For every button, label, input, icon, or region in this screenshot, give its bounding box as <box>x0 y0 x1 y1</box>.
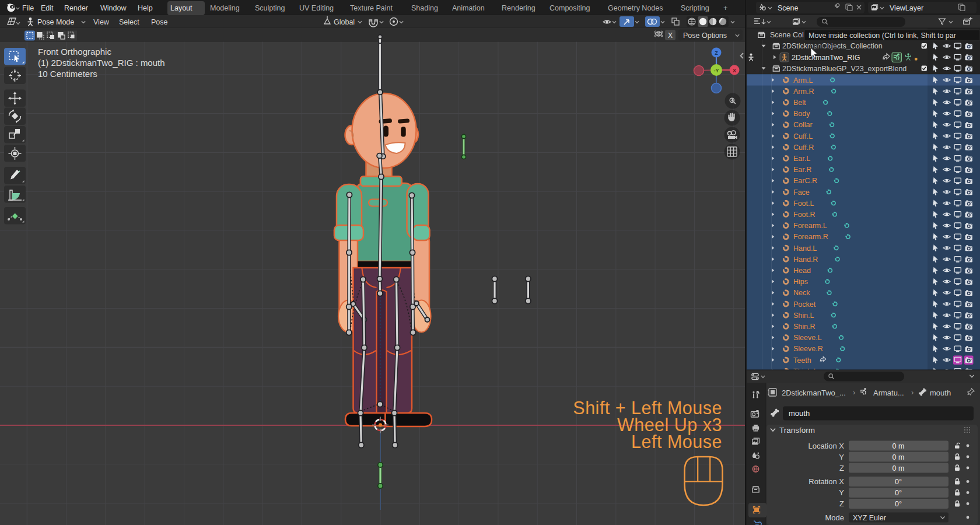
svg-text:-Y: -Y <box>714 68 719 74</box>
svg-text:Teeth: Teeth <box>793 356 811 365</box>
svg-text:Mode: Mode <box>825 513 844 522</box>
svg-text:(1) 2DstickmanTwo_RIG : mouth: (1) 2DstickmanTwo_RIG : mouth <box>38 58 165 68</box>
svg-text:Scene: Scene <box>778 4 798 12</box>
svg-text:Body: Body <box>793 110 810 118</box>
svg-text:Ear.L: Ear.L <box>793 155 810 163</box>
svg-text:Compositing: Compositing <box>550 4 590 12</box>
svg-text:Rendering: Rendering <box>502 4 536 12</box>
svg-text:Head: Head <box>793 267 811 275</box>
svg-text:Window: Window <box>100 4 127 12</box>
svg-text:2DStickmanBlueGP_V23_exportBle: 2DStickmanBlueGP_V23_exportBlend <box>782 65 907 73</box>
svg-text:Arm.L: Arm.L <box>793 76 813 85</box>
svg-text:+: + <box>723 4 727 12</box>
svg-text:Z: Z <box>715 50 718 56</box>
svg-text:Texture Paint: Texture Paint <box>350 4 393 12</box>
svg-text:Belt: Belt <box>793 99 806 107</box>
svg-text:›: › <box>911 388 914 397</box>
svg-text:Hand.R: Hand.R <box>793 256 818 264</box>
svg-text:Forearm.L: Forearm.L <box>793 222 827 230</box>
svg-text:0°: 0° <box>895 478 902 486</box>
svg-text:Arm.R: Arm.R <box>793 88 814 96</box>
svg-text:File: File <box>22 4 34 12</box>
svg-text:Geometry Nodes: Geometry Nodes <box>608 4 663 12</box>
svg-text:Edit: Edit <box>41 4 54 12</box>
svg-text:Face: Face <box>793 188 810 197</box>
svg-text:Sleeve.L: Sleeve.L <box>793 334 822 342</box>
svg-text:X: X <box>668 32 673 40</box>
svg-text:ViewLayer: ViewLayer <box>890 4 923 12</box>
svg-text:Forearm.R: Forearm.R <box>793 233 828 241</box>
svg-text:View: View <box>93 18 110 26</box>
svg-text:mouth: mouth <box>789 409 810 418</box>
svg-text:Render: Render <box>64 4 88 12</box>
svg-text:Shin.R: Shin.R <box>793 323 816 331</box>
svg-text:2DstickmanTwo_RIG: 2DstickmanTwo_RIG <box>792 54 860 62</box>
svg-text:Scripting: Scripting <box>681 4 709 12</box>
svg-text:Foot.L: Foot.L <box>793 200 814 208</box>
svg-text:Hand.L: Hand.L <box>793 244 817 253</box>
svg-text:Objects: Objects <box>810 42 836 50</box>
svg-text:Z: Z <box>839 499 844 508</box>
svg-text:UV Editing: UV Editing <box>299 4 334 12</box>
svg-text:Y: Y <box>839 453 844 461</box>
svg-text:Pose: Pose <box>151 18 168 26</box>
svg-text:Shading: Shading <box>411 4 438 12</box>
svg-text:Front Orthographic: Front Orthographic <box>38 47 111 57</box>
svg-text:Foot.R: Foot.R <box>793 211 816 219</box>
svg-text:10 Centimeters: 10 Centimeters <box>38 69 97 79</box>
svg-text:Collar: Collar <box>793 121 813 129</box>
svg-text:Shin.L: Shin.L <box>793 312 814 320</box>
svg-text:Z: Z <box>839 464 844 473</box>
svg-text:Cuff.L: Cuff.L <box>793 132 813 141</box>
svg-text:0°: 0° <box>895 500 902 508</box>
svg-text:Armatu...: Armatu... <box>873 388 904 397</box>
svg-text:Left Mouse: Left Mouse <box>631 432 722 452</box>
svg-text:Rotation X: Rotation X <box>808 477 844 486</box>
svg-text:mouth: mouth <box>930 388 951 397</box>
svg-text:0 m: 0 m <box>892 442 905 450</box>
svg-text:Move inside collection (Ctrl t: Move inside collection (Ctrl to link, Sh… <box>808 32 956 40</box>
svg-text:Cuff.R: Cuff.R <box>793 144 814 152</box>
svg-text:0 m: 0 m <box>892 464 905 473</box>
svg-text:0°: 0° <box>895 489 902 497</box>
svg-text:Pose Mode: Pose Mode <box>37 18 74 26</box>
svg-text:Neck: Neck <box>793 289 810 297</box>
svg-text:Pose Options: Pose Options <box>683 32 727 40</box>
svg-text:Select: Select <box>119 18 139 26</box>
svg-text:0 m: 0 m <box>892 453 905 461</box>
svg-text:Pocket: Pocket <box>793 300 816 309</box>
svg-text:Animation: Animation <box>452 4 485 12</box>
svg-text:Transform: Transform <box>779 426 815 435</box>
svg-text:Sculpting: Sculpting <box>255 4 285 12</box>
svg-text:Global: Global <box>334 18 355 26</box>
svg-text:XYZ Euler: XYZ Euler <box>853 514 886 522</box>
svg-text:2DstickmanTwo_...: 2DstickmanTwo_... <box>782 388 846 397</box>
svg-text:Modeling: Modeling <box>210 4 240 12</box>
svg-text:EarC.R: EarC.R <box>793 177 817 185</box>
svg-text:Scene Col: Scene Col <box>770 31 804 39</box>
svg-text:X: X <box>733 68 736 74</box>
svg-text:Help: Help <box>138 4 153 12</box>
svg-text:Hips: Hips <box>793 278 808 286</box>
svg-text:Layout: Layout <box>170 4 192 12</box>
svg-text:Location X: Location X <box>808 442 845 450</box>
svg-text:›: › <box>853 388 855 397</box>
svg-text:Ear.R: Ear.R <box>793 166 811 174</box>
svg-text:Y: Y <box>839 488 844 497</box>
svg-text:Sleeve.R: Sleeve.R <box>793 345 823 353</box>
